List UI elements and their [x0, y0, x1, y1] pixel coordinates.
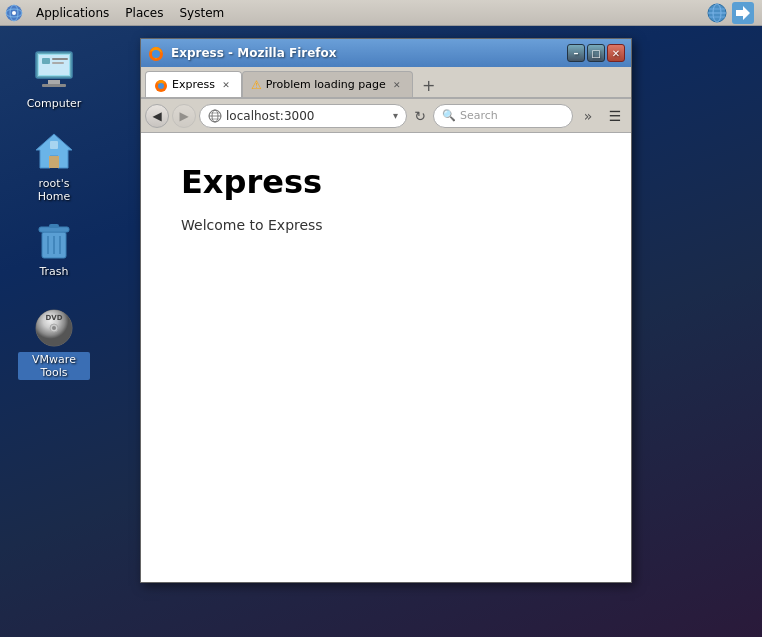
home-label: root's Home — [18, 176, 90, 204]
svg-rect-21 — [50, 141, 58, 149]
tab-express-close[interactable]: ✕ — [219, 78, 233, 92]
vmware-label: VMware Tools — [18, 352, 90, 380]
desktop-icon-trash[interactable]: Trash — [14, 210, 94, 283]
tab-warning-icon: ⚠ — [251, 78, 262, 92]
computer-icon — [30, 46, 78, 94]
window-controls: – □ ✕ — [567, 44, 625, 62]
home-icon — [30, 126, 78, 174]
svg-rect-16 — [42, 58, 50, 64]
window-title: Express - Mozilla Firefox — [171, 46, 567, 60]
svg-rect-17 — [52, 58, 68, 60]
svg-point-34 — [152, 50, 160, 58]
page-subtext: Welcome to Express — [181, 217, 591, 233]
window-titlebar: Express - Mozilla Firefox – □ ✕ — [141, 39, 631, 67]
firefox-title-icon — [147, 44, 165, 62]
computer-label: Computer — [24, 96, 85, 111]
maximize-button[interactable]: □ — [587, 44, 605, 62]
overflow-button[interactable]: » — [576, 104, 600, 128]
nav-bar: ◀ ▶ localhost:3000 ▾ ↻ 🔍 Search » ☰ — [141, 99, 631, 133]
url-bar[interactable]: localhost:3000 ▾ — [199, 104, 407, 128]
page-heading: Express — [181, 163, 591, 201]
svg-text:DVD: DVD — [45, 314, 62, 322]
dvd-icon: DVD — [30, 302, 78, 350]
taskbar-system[interactable]: System — [171, 0, 232, 25]
search-icon: 🔍 — [442, 109, 456, 122]
network-icon — [706, 2, 728, 24]
tab-problem-close[interactable]: ✕ — [390, 78, 404, 92]
trash-icon — [30, 214, 78, 262]
desktop-icon-home[interactable]: root's Home — [14, 122, 94, 208]
taskbar-logo — [4, 3, 24, 23]
search-bar[interactable]: 🔍 Search — [433, 104, 573, 128]
back-button[interactable]: ◀ — [145, 104, 169, 128]
svg-point-31 — [52, 326, 56, 330]
taskbar: Applications Places System — [0, 0, 762, 26]
tab-express[interactable]: Express ✕ — [145, 71, 242, 97]
arrow-icon — [732, 2, 754, 24]
tab-problem[interactable]: ⚠ Problem loading page ✕ — [242, 71, 413, 97]
tab-bar: Express ✕ ⚠ Problem loading page ✕ + — [141, 67, 631, 99]
svg-rect-13 — [48, 80, 60, 84]
svg-rect-20 — [49, 156, 59, 168]
menu-button[interactable]: ☰ — [603, 104, 627, 128]
taskbar-tray — [706, 2, 762, 24]
close-button[interactable]: ✕ — [607, 44, 625, 62]
url-text: localhost:3000 — [226, 109, 393, 123]
tab-problem-label: Problem loading page — [266, 78, 386, 91]
page-content: Express Welcome to Express — [141, 133, 631, 582]
url-globe-icon — [208, 109, 222, 123]
minimize-button[interactable]: – — [567, 44, 585, 62]
trash-label: Trash — [36, 264, 71, 279]
svg-point-36 — [158, 83, 164, 89]
svg-rect-24 — [49, 224, 59, 228]
forward-button[interactable]: ▶ — [172, 104, 196, 128]
reload-button[interactable]: ↻ — [410, 106, 430, 126]
url-dropdown-arrow[interactable]: ▾ — [393, 110, 398, 121]
svg-rect-14 — [42, 84, 66, 87]
tab-express-label: Express — [172, 78, 215, 91]
new-tab-button[interactable]: + — [417, 73, 441, 97]
search-placeholder: Search — [460, 109, 498, 122]
taskbar-applications[interactable]: Applications — [28, 0, 117, 25]
tab-express-icon — [154, 78, 168, 92]
firefox-window: Express - Mozilla Firefox – □ ✕ Express … — [140, 38, 632, 583]
taskbar-places[interactable]: Places — [117, 0, 171, 25]
desktop-icon-computer[interactable]: Computer — [14, 42, 94, 115]
svg-rect-18 — [52, 62, 64, 64]
desktop-icon-vmware[interactable]: DVD VMware Tools — [14, 298, 94, 384]
svg-point-3 — [12, 11, 16, 15]
